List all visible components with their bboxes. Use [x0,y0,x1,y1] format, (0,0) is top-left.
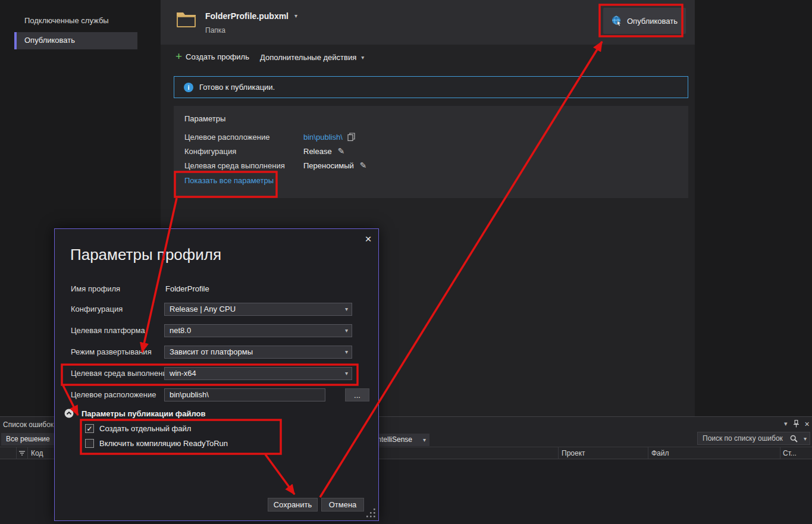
field-label: Целевое расположение [71,388,156,401]
ready-message: Готово к публикации. [199,83,275,92]
column-separator [780,447,780,459]
column-header-project[interactable]: Проект [562,449,585,457]
summary-row-configuration: Конфигурация Release ✎ [184,145,344,157]
chevron-down-icon: ▾ [804,436,807,442]
summary-row-target-location: Целевое расположение bin\publish\ [184,131,355,143]
create-profile-button[interactable]: + Создать профиль [175,51,249,62]
sidebar-item-publish[interactable]: Опубликовать [14,32,137,49]
error-list-title: Список ошибок [3,421,54,429]
selected-value: win-x64 [170,369,196,378]
selection-accent-bar [14,32,17,49]
search-placeholder: Поиск по списку ошибок [703,434,783,443]
target-location-link[interactable]: bin\publish\ [303,133,343,142]
checkbox-label[interactable]: Включить компиляцию ReadyToRun [99,438,228,448]
publish-button-label: Опубликовать [627,17,678,26]
field-target-runtime: Целевая среда выполнения win-x64 ▾ [71,367,363,380]
profile-file-name: FolderProfile.pubxml [205,11,289,21]
field-deployment-mode: Режим развертывания Зависит от платформы… [71,346,363,359]
target-framework-select[interactable]: net8.0 ▾ [164,324,352,337]
chevron-down-icon: ▾ [345,328,348,334]
more-actions-dropdown[interactable]: Дополнительные действия ▾ [260,53,364,62]
pin-icon[interactable] [793,420,800,428]
create-profile-label: Создать профиль [186,52,249,61]
column-header-code[interactable]: Код [31,449,43,457]
profile-header: FolderProfile.pubxml ▾ Папка Опубликоват… [161,0,695,45]
configuration-value: Release [303,147,332,156]
folder-icon [175,9,197,30]
selected-value: Release | Any CPU [170,305,236,313]
chevron-down-icon: ▾ [345,349,348,355]
more-actions-label: Дополнительные действия [260,53,356,62]
deployment-mode-select[interactable]: Зависит от платформы ▾ [164,346,352,359]
checkbox-label[interactable]: Создать отдельный файл [99,423,191,434]
sidebar-item-connected-services[interactable]: Подключенные службы [24,16,109,25]
profile-selector[interactable]: FolderProfile.pubxml ▾ [205,11,297,21]
cancel-button[interactable]: Отмена [321,498,364,512]
collapse-chevron-circle-icon [64,409,74,418]
search-icon[interactable] [790,435,798,443]
publish-button[interactable]: Опубликовать [603,8,686,34]
file-publish-options-expander[interactable]: Параметры публикации файлов [64,409,205,418]
field-label: Имя профиля [71,283,120,296]
chevron-down-icon: ▾ [361,55,364,61]
info-icon: i [184,83,193,92]
summary-label: Конфигурация [184,147,303,156]
close-icon[interactable]: × [805,421,810,428]
summary-row-target-runtime: Целевая среда выполнения Переносимый ✎ [184,159,366,171]
target-location-input[interactable]: bin\publish\ [164,388,325,401]
provider-filter-label: IntelliSense [375,435,412,444]
error-search-input[interactable]: Поиск по списку ошибок ▾ [697,432,810,445]
publish-page: Подключенные службы Опубликовать FolderP… [0,0,812,524]
chevron-down-icon: ▾ [345,306,348,312]
configuration-select[interactable]: Release | Any CPU ▾ [164,303,352,316]
column-separator [648,447,648,459]
chevron-down-icon: ▾ [423,437,426,443]
window-options-icon[interactable]: ▾ [784,421,788,427]
column-header-file[interactable]: Файл [651,449,669,457]
checkbox-readytorun-box[interactable] [85,439,94,448]
column-separator [27,447,28,459]
checkbox-single-file-box[interactable]: ✓ [85,424,94,433]
section-label: Параметры публикации файлов [81,409,205,418]
field-label: Режим развертывания [71,346,152,359]
publish-summary-panel: Параметры Целевое расположение bin\publi… [174,106,688,198]
target-runtime-value: Переносимый [303,161,354,170]
summary-title: Параметры [184,114,225,123]
edit-pencil-icon[interactable]: ✎ [360,161,367,170]
provider-filter-dropdown[interactable]: IntelliSense ▾ [370,434,429,446]
summary-label: Целевое расположение [184,133,303,142]
resize-grip[interactable] [365,507,376,520]
tool-window-controls: ▾ × [784,420,810,428]
show-all-settings-link[interactable]: Показать все параметры [184,176,274,185]
selected-value: Зависит от платформы [170,347,253,356]
field-label: Целевая среда выполнения [71,367,171,380]
field-label: Конфигурация [71,303,123,316]
ready-status-bar: i Готово к публикации. [174,76,688,98]
field-target-framework: Целевая платформа net8.0 ▾ [71,324,363,337]
column-separator [558,447,559,459]
publish-globe-icon [612,15,622,26]
chevron-down-icon: ▾ [294,13,297,19]
field-configuration: Конфигурация Release | Any CPU ▾ [71,303,363,316]
browse-button[interactable]: ... [345,388,369,401]
profile-type-label: Папка [205,26,225,34]
plus-icon: + [175,51,182,62]
field-label: Целевая платформа [71,324,145,337]
selected-value: net8.0 [170,326,191,335]
edit-pencil-icon[interactable]: ✎ [338,146,345,156]
dialog-close-icon[interactable]: × [362,233,375,246]
sidebar-item-label: Опубликовать [24,36,75,45]
column-header-line[interactable]: Ст... [783,449,797,457]
save-button[interactable]: Сохранить [268,498,318,512]
summary-label: Целевая среда выполнения [184,161,303,170]
chevron-down-icon: ▾ [345,371,348,376]
filter-icon[interactable] [18,450,26,457]
profile-settings-dialog: × Параметры профиля Имя профиля FolderPr… [54,228,379,521]
field-profile-name: Имя профиля FolderProfile [71,283,363,296]
target-runtime-select[interactable]: win-x64 ▾ [164,367,352,380]
scope-filter-dropdown[interactable]: Все решение [1,433,58,445]
copy-icon[interactable] [347,133,355,142]
column-separator [16,447,17,459]
profile-name-value: FolderProfile [165,284,209,293]
dialog-title: Параметры профиля [70,246,221,264]
